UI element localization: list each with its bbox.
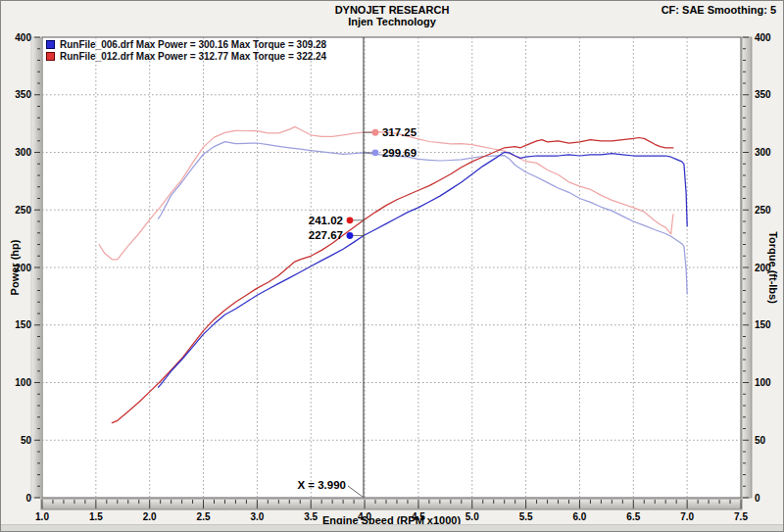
right-tick-label: 100 <box>755 377 771 388</box>
x-axis-ruler[interactable] <box>41 499 742 509</box>
callout-dot-299.69 <box>372 149 379 156</box>
page-subtitle: Injen Technology <box>1 16 783 27</box>
left-tick-label: 300 <box>15 147 31 158</box>
left-tick-label: 250 <box>15 205 31 216</box>
callout-value: 317.25 <box>382 126 417 138</box>
left-tick-label: 400 <box>15 32 31 43</box>
legend-row-label: RunFile_006.drf Max Power = 300.16 Max T… <box>60 39 326 50</box>
correction-smoothing-info: CF: SAE Smoothing: 5 <box>662 4 776 16</box>
right-tick-label: 300 <box>755 147 771 158</box>
right-tick-label: 150 <box>755 319 771 330</box>
right-tick-label: 350 <box>755 89 771 100</box>
runfile012-swatch-icon <box>46 52 55 61</box>
legend-row-label: RunFile_012.drf Max Power = 312.77 Max T… <box>60 51 326 62</box>
legend-row-runfile006[interactable]: RunFile_006.drf Max Power = 300.16 Max T… <box>46 39 326 50</box>
right-tick-label: 50 <box>755 435 766 446</box>
callout-value: 299.69 <box>382 147 416 159</box>
right-tick-label: 400 <box>755 32 771 43</box>
legend: RunFile_006.drf Max Power = 300.16 Max T… <box>46 39 326 63</box>
right-axis-title: Torque (ft-lbs) <box>767 231 779 304</box>
callout-value: 241.02 <box>309 215 343 226</box>
callout-value: 227.67 <box>309 229 343 241</box>
left-tick-label: 50 <box>21 435 32 446</box>
runfile006-swatch-icon <box>46 40 55 49</box>
left-tick-label: 100 <box>15 377 31 388</box>
left-tick-label: 350 <box>15 89 31 100</box>
left-tick-label: 0 <box>25 493 31 504</box>
dyno-chart: 0050501001001501502002002502503003003503… <box>1 1 784 532</box>
callout-dot-317.25 <box>372 129 379 136</box>
legend-row-runfile012[interactable]: RunFile_012.drf Max Power = 312.77 Max T… <box>46 51 326 62</box>
left-tick-label: 150 <box>15 319 31 330</box>
callout-dot-227.67 <box>347 232 354 239</box>
dyno-graph-window: 0050501001001501502002002502503003003503… <box>0 0 784 532</box>
callout-dot-241.02 <box>347 217 354 223</box>
left-axis-title: Power (hp) <box>9 240 21 296</box>
window-bottom-edge <box>1 524 783 531</box>
cursor-x-label: X = 3.990 <box>297 479 346 491</box>
right-tick-label: 250 <box>755 205 771 216</box>
right-tick-label: 0 <box>755 493 760 504</box>
